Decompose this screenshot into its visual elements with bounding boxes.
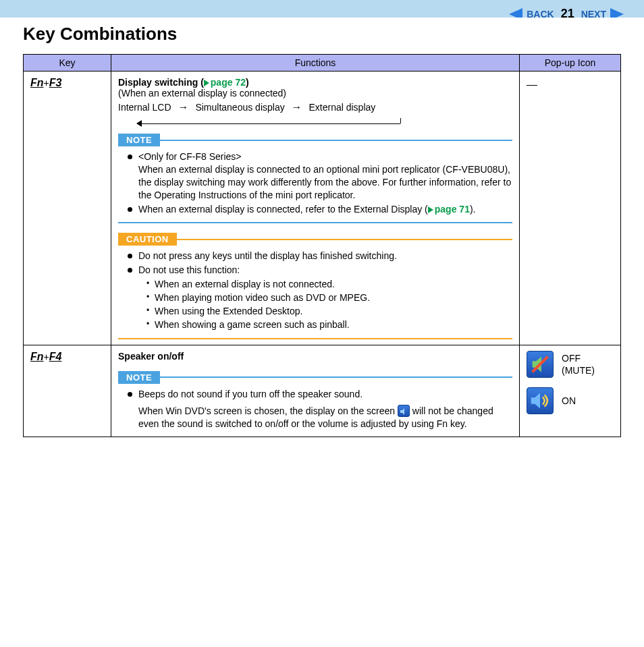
note-label: NOTE	[118, 371, 160, 384]
speaker-mute-icon	[527, 351, 554, 378]
caution-sub-text: When an external display is not connecte…	[146, 278, 512, 291]
key-plus: +	[44, 78, 49, 88]
caution-text: Do not press any keys until the display …	[128, 250, 512, 262]
popup-icon-none	[527, 85, 537, 86]
note-label: NOTE	[118, 134, 160, 146]
note-text: When an external display is connected to…	[138, 163, 512, 202]
icon-on-label: ON	[562, 395, 576, 407]
caution-sub-text: When playing motion video such as DVD or…	[146, 291, 512, 304]
flow-arrow-icon: →	[292, 101, 302, 113]
caution-end-divider	[118, 338, 512, 339]
note-text: When an external display is connected, r…	[138, 204, 428, 215]
flow-step: External display	[308, 102, 375, 113]
key-f4: F4	[49, 351, 62, 362]
page-link[interactable]: page 72	[211, 77, 246, 88]
function-title-suffix: )	[246, 77, 249, 88]
caution-label: CAUTION	[118, 233, 177, 246]
table-row: Fn+F4 Speaker on/off NOTE Beeps do not s…	[24, 345, 621, 437]
function-title: Display switching (	[118, 77, 204, 88]
caution-sub-text: When showing a game screen such as pinba…	[146, 318, 512, 331]
icon-off-label: OFF (MUTE)	[562, 352, 614, 376]
flow-arrow-icon: →	[178, 101, 188, 113]
table-row: Fn+F3 Display switching (page 72) (When …	[24, 72, 621, 345]
key-fn: Fn	[30, 77, 44, 88]
caution-text: Do not use this function:	[138, 264, 240, 275]
note-end-divider	[118, 222, 512, 223]
speaker-on-icon	[527, 387, 554, 414]
flow-step: Simultaneous display	[195, 102, 284, 113]
col-key: Key	[24, 55, 111, 72]
key-fn: Fn	[30, 351, 44, 362]
key-combinations-table: Key Functions Pop-up Icon Fn+F3 Display …	[23, 54, 621, 437]
link-arrow-icon	[204, 80, 209, 86]
flow-loop-icon	[137, 115, 400, 124]
page-title: Key Combinations	[23, 24, 184, 45]
note-text: When Win DVD's screen is chosen, the dis…	[138, 405, 398, 416]
col-functions: Functions	[111, 55, 520, 72]
function-subtitle: (When an external display is connected)	[118, 88, 512, 99]
note-text: ).	[470, 204, 476, 215]
col-icon: Pop-up Icon	[520, 55, 621, 72]
speaker-inline-icon	[398, 405, 410, 417]
flow-step: Internal LCD	[118, 102, 171, 113]
caution-sub-text: When using the Extended Desktop.	[146, 305, 512, 318]
link-arrow-icon	[428, 206, 433, 213]
function-title: Speaker on/off	[118, 351, 512, 362]
caution-divider	[177, 239, 512, 240]
note-divider	[160, 376, 512, 378]
key-f3: F3	[49, 77, 62, 88]
note-text: <Only for CF-F8 Series>	[138, 150, 512, 163]
note-divider	[160, 140, 512, 141]
note-text: Beeps do not sound if you turn off the s…	[128, 388, 512, 401]
page-link[interactable]: page 71	[435, 204, 470, 215]
key-plus: +	[44, 351, 49, 362]
